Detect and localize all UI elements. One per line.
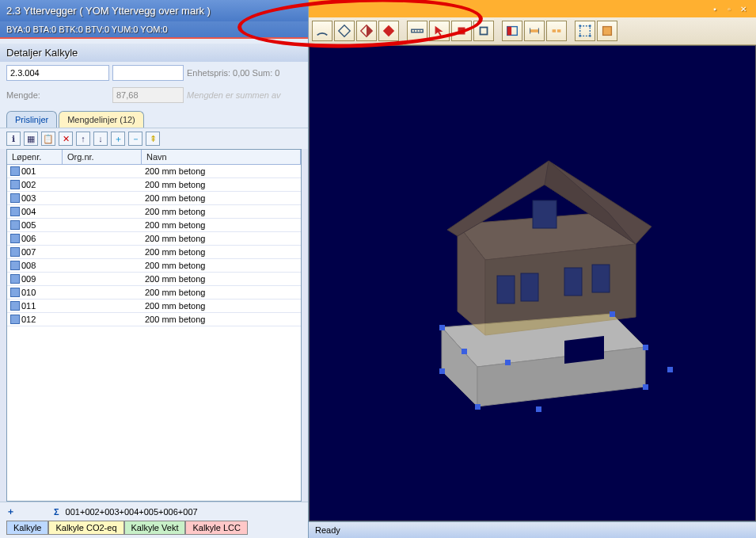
svg-rect-31 [592,265,610,292]
up-button[interactable]: ↑ [76,132,90,146]
svg-rect-5 [481,28,488,35]
grid-button[interactable]: ▦ [24,132,38,146]
grid-body: 001200 mm betong002200 mm betong003200 m… [7,165,301,501]
svg-point-15 [589,25,591,27]
cell-orgnr [63,291,142,294]
tool-arc[interactable] [312,21,332,41]
add-row-button[interactable]: ＋ [6,506,54,517]
minimize-button[interactable]: ▪ [709,3,721,14]
cell-lopenr: 011 [7,300,63,312]
tab-kalkyle[interactable]: Kalkyle [6,521,48,535]
cell-lopenr: 005 [7,219,63,231]
grid-toolbar: ℹ ▦ 📋 ✕ ↑ ↓ ＋ － ⇞ [0,128,308,149]
tool-floor[interactable] [502,21,522,41]
svg-rect-7 [507,27,511,36]
cell-orgnr [63,170,142,173]
svg-rect-42 [462,349,467,354]
tab-kalkyle-vekt[interactable]: Kalkyle Vekt [124,521,186,535]
tab-kalkyle-lcc[interactable]: Kalkyle LCC [185,521,248,535]
tool-section2[interactable] [546,21,567,41]
table-row[interactable]: 009200 mm betong [7,273,301,286]
blank-input[interactable] [112,65,184,81]
svg-rect-33 [439,368,445,374]
header-metrics: BYA:0 BTA:0 BTK:0 BTV:0 YUM:0 YOM:0 [0,21,308,39]
close-button[interactable]: ✕ [737,3,750,14]
svg-rect-41 [536,406,541,412]
svg-rect-36 [643,345,648,350]
cell-navn: 200 mm betong [142,273,301,285]
table-row[interactable]: 007200 mm betong [7,246,301,259]
cell-orgnr [63,237,142,240]
table-row[interactable]: 002200 mm betong [7,178,301,192]
down-button[interactable]: ↓ [93,132,108,146]
col-lopenr[interactable]: Løpenr. [7,150,63,164]
cell-navn: 200 mm betong [142,286,301,299]
cell-navn: 200 mm betong [142,178,301,191]
info-button[interactable]: ℹ [6,132,21,146]
details-title: Detaljer Kalkyle [0,39,308,62]
sum-row: ＋ Σ 001+002+003+004+005+006+007 [0,502,308,521]
tool-block-outline[interactable] [473,21,494,41]
cell-navn: 200 mm betong [142,192,301,204]
cell-lopenr: 004 [7,205,63,218]
grid-header-row: Løpenr. Org.nr. Navn [7,150,301,165]
table-row[interactable]: 003200 mm betong [7,192,301,205]
tool-select-red[interactable] [429,21,450,41]
cell-orgnr [63,318,142,321]
table-row[interactable]: 012200 mm betong [7,313,301,326]
row-icon [10,247,20,257]
tool-measure[interactable] [407,21,427,41]
table-row[interactable]: 005200 mm betong [7,219,301,232]
cell-navn: 200 mm betong [142,313,301,326]
cell-navn: 200 mm betong [142,219,301,231]
viewer-toolbar [309,17,756,45]
cell-navn: 200 mm betong [142,300,301,312]
row-icon [10,180,20,189]
delete-button[interactable]: ✕ [59,132,73,146]
svg-rect-37 [610,311,615,317]
svg-rect-13 [580,26,591,36]
tab-prislinjer[interactable]: Prislinjer [6,111,57,128]
cell-navn: 200 mm betong [142,232,301,245]
3d-viewport[interactable] [309,45,756,521]
status-text: Ready [315,525,340,535]
svg-rect-38 [439,325,445,330]
tab-kalkyle-co2[interactable]: Kalkyle CO2-eq [48,521,123,535]
row-icon [10,274,20,284]
code-input[interactable] [6,65,109,81]
cell-orgnr [63,210,142,213]
table-row[interactable]: 011200 mm betong [7,300,301,313]
mengde-value [112,87,184,103]
copy-button[interactable]: 📋 [41,132,55,146]
table-row[interactable]: 004200 mm betong [7,205,301,219]
price-label: Enhetspris: 0,00 Sum: 0 [187,68,302,78]
left-panel: 2.3 Yttervegger ( YOM Yttervegg over mar… [0,0,309,538]
header-title: 2.3 Yttervegger ( YOM Yttervegg over mar… [0,0,308,21]
table-row[interactable]: 010200 mm betong [7,286,301,300]
add-button[interactable]: ＋ [111,132,125,146]
table-row[interactable]: 008200 mm betong [7,259,301,273]
maximize-button[interactable]: ▫ [723,3,735,14]
cell-lopenr: 009 [7,273,63,285]
table-row[interactable]: 006200 mm betong [7,232,301,246]
remove-button[interactable]: － [128,132,142,146]
col-orgnr[interactable]: Org.nr. [63,150,142,164]
tool-diamond-outline[interactable] [334,21,355,41]
cell-orgnr [63,277,142,280]
col-navn[interactable]: Navn [142,150,301,164]
tool-bbox-dashed[interactable] [575,21,595,41]
row-icon [10,288,20,297]
cell-navn: 200 mm betong [142,259,301,272]
row-icon [10,315,20,324]
tool-diamond-solid[interactable] [378,21,399,41]
table-row[interactable]: 001200 mm betong [7,165,301,178]
cell-navn: 200 mm betong [142,246,301,258]
tool-section1[interactable] [524,21,545,41]
tab-mengdelinjer[interactable]: Mengdelinjer (12) [59,111,144,128]
row-icon [10,261,20,270]
filter-button[interactable]: ⇞ [146,132,160,146]
tool-bbox-solid[interactable] [597,21,617,41]
tool-block-red[interactable] [451,21,472,41]
tool-diamond-half[interactable] [356,21,377,41]
row-icon [10,166,20,176]
